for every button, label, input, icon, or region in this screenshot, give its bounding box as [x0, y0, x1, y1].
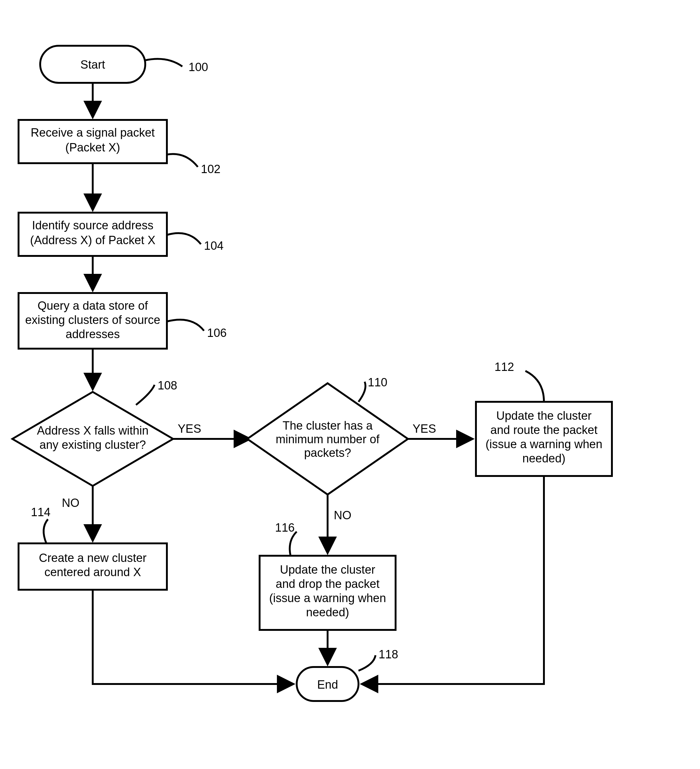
decision1-node: Address X falls within any existing clus…: [12, 392, 173, 486]
identify-ref: 104: [204, 239, 224, 252]
dec2-line3: packets?: [304, 446, 351, 459]
upddrop-ref: 116: [275, 521, 294, 534]
identify-line2: (Address X) of Packet X: [30, 234, 156, 247]
identify-node: Identify source address (Address X) of P…: [19, 212, 167, 256]
dec1-ref: 108: [158, 379, 177, 392]
dec2-ref: 110: [368, 376, 387, 389]
receive-ref: 102: [201, 162, 220, 175]
update-route-node: Update the cluster and route the packet …: [476, 402, 612, 476]
receive-line1: Receive a signal packet: [31, 126, 155, 139]
upddrop-line2: and drop the packet: [276, 578, 380, 590]
receive-line2: (Packet X): [65, 141, 120, 154]
create-ref: 114: [31, 506, 50, 519]
upddrop-line4: needed): [306, 606, 349, 619]
end-ref: 118: [378, 648, 398, 661]
query-ref: 106: [207, 327, 227, 339]
upddrop-line3: (issue a warning when: [269, 592, 386, 605]
create-line1: Create a new cluster: [39, 552, 147, 565]
updroute-line4: needed): [522, 452, 565, 465]
receive-node: Receive a signal packet (Packet X): [19, 120, 167, 163]
start-label: Start: [80, 58, 105, 71]
identify-line1: Identify source address: [32, 219, 154, 232]
dec2-yes: YES: [413, 422, 436, 435]
dec1-yes: YES: [178, 422, 201, 435]
updroute-line2: and route the packet: [491, 423, 598, 436]
create-line2: centered around X: [45, 566, 141, 579]
query-node: Query a data store of existing clusters …: [19, 293, 167, 349]
query-line1: Query a data store of: [38, 299, 148, 312]
dec1-line2: any existing cluster?: [40, 438, 146, 451]
updroute-line1: Update the cluster: [496, 409, 592, 422]
start-ref: 100: [188, 61, 208, 74]
end-node: End: [297, 667, 359, 701]
dec2-line1: The cluster has a: [282, 419, 373, 432]
end-label: End: [317, 678, 338, 691]
update-drop-node: Update the cluster and drop the packet (…: [260, 556, 396, 630]
updroute-ref: 112: [494, 360, 514, 373]
dec2-line2: minimum number of: [276, 433, 380, 446]
decision2-node: The cluster has a minimum number of pack…: [247, 383, 408, 494]
dec2-no: NO: [334, 509, 351, 522]
query-line3: addresses: [66, 328, 120, 341]
dec1-line1: Address X falls within: [37, 424, 148, 437]
upddrop-line1: Update the cluster: [280, 563, 375, 576]
query-line2: existing clusters of source: [25, 314, 160, 327]
create-new-node: Create a new cluster centered around X: [19, 543, 167, 590]
start-node: Start: [40, 46, 145, 83]
dec1-no: NO: [62, 496, 79, 509]
flowchart-diagram: Start 100 Receive a signal packet (Packe…: [0, 0, 700, 769]
updroute-line3: (issue a warning when: [486, 438, 602, 450]
